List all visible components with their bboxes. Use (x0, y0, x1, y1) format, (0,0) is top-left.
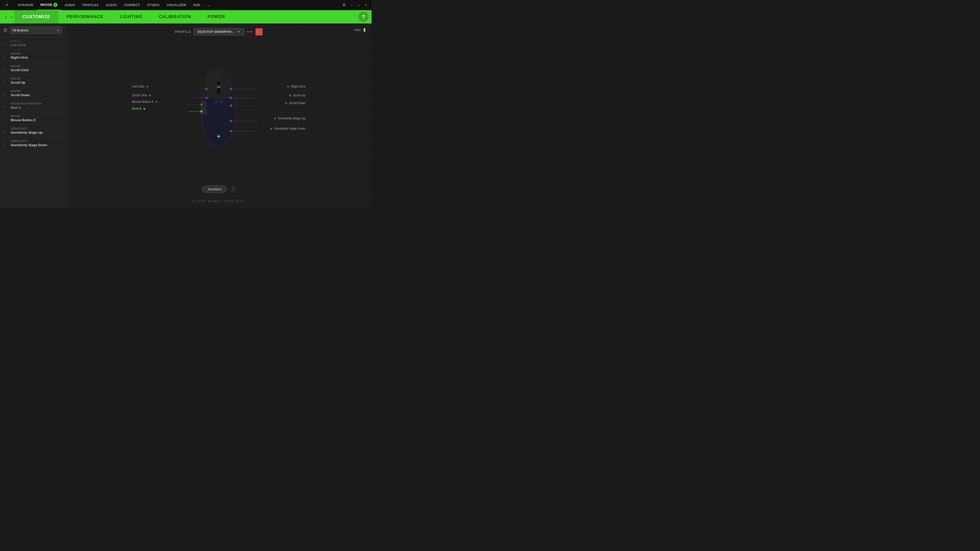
mouse-diagram: ✦ (66, 44, 372, 193)
label-sens-up: Sensitivity Stage Up (274, 117, 305, 120)
profile-caret-icon: ▼ (238, 30, 240, 33)
sidebar-item-7[interactable]: 7 MOUSE Mouse Button 5 (0, 112, 65, 125)
label-num5: Num 5 (132, 107, 145, 110)
mouse-btn5-dot (156, 101, 157, 103)
standard-button[interactable]: Standard (202, 186, 227, 193)
nav-studio[interactable]: STUDIO (144, 0, 163, 10)
minimize-button[interactable]: ─ (348, 2, 355, 9)
nav-mouse[interactable]: MOUSE 2 (37, 0, 61, 10)
tab-bar: ‹ › CUSTOMIZE PERFORMANCE LIGHTING CALIB… (0, 10, 372, 24)
profile-bar: PROFILE DESKTOP-SMSMPHH-... ▼ ••• (66, 28, 372, 35)
svg-text:✦: ✦ (5, 3, 8, 7)
label-scroll-click: Scroll Click (132, 94, 151, 97)
sidebar-item-6[interactable]: 6 KEYBOARD FUNCTION Num 5 (0, 100, 65, 112)
tab-calibration[interactable]: CALIBRATION (151, 10, 199, 24)
sidebar: ☰ All Buttons ▼ 1 MOUSE Left Click 2 MOU… (0, 24, 66, 208)
nav-synapse[interactable]: SYNAPSE (14, 0, 37, 10)
help-button[interactable]: ? (358, 12, 369, 22)
svg-point-17 (230, 97, 232, 99)
svg-point-14 (200, 103, 202, 106)
label-scroll-down: Scroll Down (285, 101, 305, 105)
left-click-dot (146, 86, 148, 87)
svg-point-10 (220, 100, 223, 103)
svg-point-9 (215, 100, 218, 103)
label-left-click: Left Click (132, 85, 148, 88)
svg-point-2 (201, 75, 236, 146)
all-buttons-dropdown[interactable]: All Buttons ▼ (10, 27, 62, 34)
nav-more[interactable]: ... (204, 0, 214, 10)
tab-customize[interactable]: CUSTOMIZE (14, 10, 59, 24)
nav-hue[interactable]: HUE (189, 0, 204, 10)
svg-point-20 (230, 130, 232, 132)
sidebar-item-5[interactable]: 5 MOUSE Scroll Down (0, 87, 65, 100)
nav-profiles[interactable]: PROFILES (79, 0, 102, 10)
svg-point-13 (205, 97, 207, 99)
scroll-up-dot (289, 95, 291, 97)
dropdown-caret-icon: ▼ (57, 29, 59, 32)
main-content: ☰ All Buttons ▼ 1 MOUSE Left Click 2 MOU… (0, 24, 372, 208)
svg-text:✦: ✦ (216, 133, 221, 140)
label-sens-down: Sensitivity Stage Down (270, 127, 305, 130)
tab-power[interactable]: POWER (199, 10, 233, 24)
tab-performance[interactable]: PERFORMANCE (59, 10, 111, 24)
settings-icon[interactable]: ⚙ (340, 1, 348, 9)
device-name: RAZER MAMBA WIRELESS (66, 199, 372, 203)
top-nav: ✦ SYNAPSE MOUSE 2 AUDIO PROFILES ALEXA C… (0, 0, 372, 10)
close-button[interactable]: ✕ (363, 2, 369, 9)
sidebar-item-8[interactable]: 8 SENSITIVITY Sensitivity Stage Up (0, 125, 65, 137)
label-scroll-up: Scroll Up (289, 94, 305, 97)
nav-audio[interactable]: AUDIO (61, 0, 79, 10)
battery-percent: 44% (354, 28, 361, 32)
tab-back-button[interactable]: ‹ (3, 14, 9, 20)
battery-icon: 🔋 (363, 28, 366, 32)
sidebar-list: 1 MOUSE Left Click 2 MOUSE Right Click 3… (0, 37, 65, 208)
nav-visualizer[interactable]: VISUALIZER (163, 0, 189, 10)
sidebar-item-9[interactable]: 9 SENSITIVITY Sensitivity Stage Down (0, 137, 65, 150)
app-logo: ✦ (2, 0, 11, 10)
sidebar-item-1[interactable]: 1 MOUSE Left Click (0, 37, 65, 50)
scroll-down-dot (285, 102, 287, 104)
sidebar-item-2[interactable]: 2 MOUSE Right Click (0, 50, 65, 62)
svg-rect-3 (207, 78, 231, 98)
svg-point-15 (200, 110, 202, 113)
svg-rect-4 (217, 81, 221, 94)
svg-rect-7 (201, 102, 206, 107)
label-right-click: Right Click (287, 85, 305, 88)
num5-dot (143, 108, 145, 110)
scroll-click-dot (149, 95, 151, 97)
mouse-badge: 2 (53, 3, 57, 7)
nav-connect[interactable]: CONNECT (121, 0, 144, 10)
svg-point-16 (230, 88, 232, 90)
svg-point-18 (230, 105, 232, 106)
profile-dropdown[interactable]: DESKTOP-SMSMPHH-... ▼ (193, 28, 245, 35)
sens-up-dot (274, 118, 276, 119)
standard-button-area: Standard ? (202, 186, 236, 193)
sidebar-item-4[interactable]: 4 MOUSE Scroll Up (0, 75, 65, 87)
sidebar-item-3[interactable]: 3 MOUSE Scroll Click (0, 62, 65, 75)
menu-icon[interactable]: ☰ (3, 28, 7, 33)
mouse-svg-container: ✦ (129, 55, 308, 182)
sidebar-header: ☰ All Buttons ▼ (0, 24, 65, 37)
svg-point-12 (205, 88, 207, 90)
battery-info: 44% 🔋 (354, 28, 366, 32)
svg-point-19 (230, 120, 232, 122)
sens-down-dot (270, 128, 272, 130)
right-click-dot (287, 86, 289, 87)
label-mouse-btn5: Mouse Button 5 (132, 100, 157, 103)
content-area: PROFILE DESKTOP-SMSMPHH-... ▼ ••• 44% 🔋 (66, 24, 372, 208)
standard-help-icon[interactable]: ? (230, 186, 235, 192)
tab-lighting[interactable]: LIGHTING (111, 10, 151, 24)
profile-more-button[interactable]: ••• (247, 30, 253, 34)
tab-forward-button[interactable]: › (9, 14, 14, 20)
svg-rect-5 (217, 85, 221, 88)
nav-alexa[interactable]: ALEXA (102, 0, 121, 10)
profile-color-button[interactable] (256, 28, 262, 35)
svg-rect-8 (201, 109, 206, 114)
maximize-button[interactable]: □ (355, 2, 363, 9)
